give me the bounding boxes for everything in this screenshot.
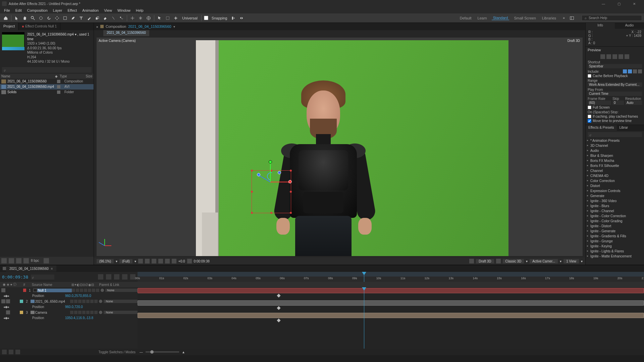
- playhead-line[interactable]: [364, 287, 364, 349]
- workspace-small-screen[interactable]: Small Screen: [513, 16, 537, 20]
- project-settings-button[interactable]: [23, 258, 29, 263]
- timeline-opt2[interactable]: [9, 350, 13, 354]
- snapping-label[interactable]: Snapping: [210, 16, 229, 20]
- position-property[interactable]: ◂◆▸ Position 1050.4,116.9,-13.8: [0, 315, 138, 320]
- play-button[interactable]: [612, 54, 617, 59]
- col-type[interactable]: Type: [60, 74, 86, 78]
- toggle-switches[interactable]: Toggle Switches / Modes: [98, 350, 136, 354]
- snapping-checkbox[interactable]: [204, 16, 208, 20]
- mask-button[interactable]: [145, 259, 150, 263]
- puppet-tool[interactable]: [118, 14, 125, 22]
- effect-category[interactable]: Generate: [586, 193, 644, 198]
- effect-category[interactable]: Ignite - Color Correction: [586, 214, 644, 219]
- magnification[interactable]: (96.1%): [97, 259, 114, 263]
- renderer-drop[interactable]: Classic 3D: [503, 259, 524, 263]
- range-field[interactable]: Work Area Extended By Current...: [588, 82, 642, 87]
- minimize-button[interactable]: —: [596, 0, 611, 7]
- skip-field[interactable]: 0: [612, 101, 624, 105]
- effect-category[interactable]: Boris FX Mocha: [586, 158, 644, 163]
- workspace-more-icon[interactable]: »: [560, 14, 568, 22]
- graph-editor-button[interactable]: [130, 274, 136, 280]
- gizmo-y-handle[interactable]: [269, 160, 272, 164]
- effect-category[interactable]: Color Correction: [586, 178, 644, 183]
- new-comp-button[interactable]: [16, 258, 21, 263]
- layer-row-footage[interactable]: 2 2021_06..6560.mp4 None: [0, 298, 138, 304]
- workspace-standard[interactable]: Standard: [492, 16, 509, 20]
- tab-audio[interactable]: Audio: [615, 23, 644, 29]
- audio-icon[interactable]: [6, 299, 10, 303]
- effect-category[interactable]: Ignite - Lights & Flares: [586, 249, 644, 254]
- menu-view[interactable]: View: [102, 8, 114, 13]
- eye-icon[interactable]: [1, 299, 5, 303]
- type-tool[interactable]: [77, 14, 85, 22]
- world-axis-mode[interactable]: [137, 14, 144, 22]
- effects-search[interactable]: [588, 132, 642, 137]
- eye-icon[interactable]: [1, 288, 5, 292]
- delete-button[interactable]: [44, 258, 49, 263]
- current-timecode[interactable]: 0:00:09:38: [2, 275, 28, 280]
- menu-composition[interactable]: Composition: [25, 8, 50, 13]
- interpret-footage-button[interactable]: [1, 258, 7, 263]
- menu-help[interactable]: Help: [134, 8, 146, 13]
- effect-category[interactable]: Expression Controls: [586, 188, 644, 193]
- effect-category[interactable]: Channel: [586, 168, 644, 173]
- effect-category[interactable]: Ignite - Channel: [586, 208, 644, 214]
- composition-viewport[interactable]: Active Camera (Camera) Draft 3D: [97, 38, 583, 256]
- grid-button[interactable]: [158, 259, 163, 263]
- tab-libraries[interactable]: Librar: [617, 125, 631, 131]
- add-icon[interactable]: [172, 14, 179, 22]
- hand-tool[interactable]: [21, 14, 29, 22]
- position-property[interactable]: ◂◆▸ Position 960.0,2570,855.0: [0, 293, 138, 298]
- menu-effect[interactable]: Effect: [65, 8, 79, 13]
- include-audio-icon[interactable]: [628, 69, 632, 73]
- home-button[interactable]: [2, 14, 9, 22]
- layer-color[interactable]: [20, 300, 23, 303]
- chevron-down-icon[interactable]: ▾: [116, 259, 117, 263]
- tab-effect-controls[interactable]: ■Effect Controls Null 1: [18, 23, 60, 30]
- effect-category[interactable]: * Animation Presets: [586, 138, 644, 143]
- work-area-bar[interactable]: [138, 272, 644, 277]
- first-frame-button[interactable]: [600, 54, 605, 59]
- maximize-button[interactable]: ▢: [611, 0, 627, 7]
- search-help-field[interactable]: Search Help: [589, 16, 607, 20]
- rect-tool[interactable]: [61, 14, 69, 22]
- motion-blur-button[interactable]: [122, 274, 127, 280]
- layer-color[interactable]: [23, 289, 26, 292]
- project-item[interactable]: 2021_06_04_1150396560.mp4AVI: [0, 84, 94, 89]
- parent-drop[interactable]: None: [104, 311, 138, 314]
- effect-category[interactable]: Boris FX Silhouette: [586, 163, 644, 168]
- move-time-checkbox[interactable]: [588, 119, 591, 123]
- effect-category[interactable]: Distort: [586, 183, 644, 188]
- snap-collapse-icon[interactable]: [238, 14, 245, 22]
- new-folder-button[interactable]: [9, 258, 14, 263]
- col-name[interactable]: Name: [1, 74, 55, 78]
- effect-category[interactable]: Ignite - Gradients & Fills: [586, 234, 644, 239]
- draft3d-button[interactable]: Draft 3D: [476, 259, 494, 263]
- transform-gizmo[interactable]: [270, 182, 271, 182]
- tab-project[interactable]: Project: [0, 23, 18, 30]
- effect-category[interactable]: Blur & Sharpen: [586, 153, 644, 158]
- layer-row-camera[interactable]: 3 Camera None: [0, 309, 138, 315]
- parent-drop[interactable]: None: [104, 300, 138, 303]
- pan-behind-tool[interactable]: [53, 14, 61, 22]
- playfrom-field[interactable]: Current Time: [588, 92, 642, 96]
- exposure[interactable]: +0.0: [178, 259, 185, 263]
- menu-window[interactable]: Window: [115, 8, 132, 13]
- effect-category[interactable]: CINEMA 4D: [586, 173, 644, 178]
- position-property[interactable]: ◂◆▸ Position 960.0,720.0: [0, 304, 138, 309]
- timeline-opt1[interactable]: [2, 350, 7, 354]
- menu-animation[interactable]: Animation: [80, 8, 101, 13]
- timeline-tab[interactable]: 2021_06_04_1150396560 ≡: [6, 265, 56, 272]
- loop-icon[interactable]: [638, 69, 642, 73]
- snapshot-button[interactable]: [187, 259, 192, 263]
- last-frame-button[interactable]: [625, 54, 629, 59]
- effect-category[interactable]: Ignite - Blurs: [586, 203, 644, 208]
- layer-row-null1[interactable]: 1 Null 1 None: [0, 287, 138, 293]
- orbit-camera-tool[interactable]: [37, 14, 45, 22]
- pickwhip-icon[interactable]: [99, 311, 102, 314]
- shy-button[interactable]: [106, 274, 111, 280]
- add-kf-icon[interactable]: ◆: [5, 294, 8, 298]
- keyframe-marker[interactable]: [277, 306, 280, 310]
- effect-category[interactable]: Ignite - Generate: [586, 229, 644, 234]
- effect-category[interactable]: 3D Channel: [586, 143, 644, 148]
